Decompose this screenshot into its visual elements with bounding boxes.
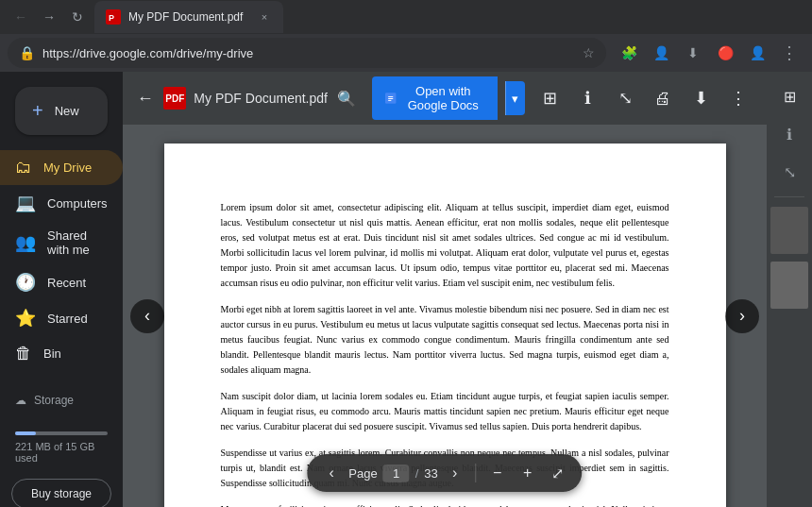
page-controls: ‹ Page / 33 › − + ⤢	[307, 454, 582, 492]
new-label: New	[55, 104, 79, 118]
sidebar-item-computers[interactable]: 💻 Computers	[0, 185, 123, 221]
open-with-label: Open with Google Docs	[402, 84, 484, 112]
new-button[interactable]: + New	[15, 87, 108, 135]
avatar-button[interactable]: 👤	[742, 38, 772, 68]
svg-rect-3	[388, 96, 393, 97]
storage-label-text: Storage	[34, 394, 74, 407]
starred-label: Starred	[47, 312, 88, 326]
pdf-favicon: PDF	[163, 87, 186, 110]
page-next-arrow[interactable]: ›	[725, 299, 759, 333]
pdf-expand-button[interactable]: ⤡	[608, 81, 642, 115]
lock-icon: 🔒	[19, 45, 35, 60]
total-pages: 33	[424, 466, 437, 481]
pdf-content: ‹ Lorem ipsum dolor sit amet, consectetu…	[123, 125, 767, 507]
url-text: https://drive.google.com/drive/my-drive	[42, 46, 575, 60]
right-panel-separator	[774, 196, 804, 197]
page-next-button[interactable]: ›	[442, 460, 468, 486]
profile-button[interactable]: 👤	[646, 38, 676, 68]
storage-fill	[15, 431, 36, 435]
pdf-toolbar: ← PDF My PDF Document.pdf 🔍 Open with Go…	[123, 72, 767, 125]
svg-rect-4	[388, 98, 393, 99]
zoom-fit-button[interactable]: ⤢	[545, 460, 571, 486]
browser-chrome: ← → ↻ P My PDF Document.pdf × 🔒 https://…	[0, 0, 812, 72]
zoom-in-button[interactable]: +	[515, 460, 541, 486]
sidebar-item-starred[interactable]: ⭐ Starred	[0, 300, 123, 336]
sidebar-item-recent[interactable]: 🕐 Recent	[0, 264, 123, 300]
thumbnail-preview-2[interactable]	[770, 262, 808, 309]
bin-icon: 🗑	[15, 344, 32, 363]
zoom-out-button[interactable]: −	[484, 460, 511, 486]
sidebar: + New 🗂 My Drive 💻 Computers 👥 Shared wi…	[0, 72, 123, 507]
open-with-google-docs-button[interactable]: Open with Google Docs	[372, 76, 498, 120]
page-prev-button[interactable]: ‹	[318, 460, 345, 486]
app-container: + New 🗂 My Drive 💻 Computers 👥 Shared wi…	[0, 72, 812, 507]
computers-label: Computers	[47, 196, 108, 211]
star-icon[interactable]: ☆	[583, 45, 595, 60]
page-number-input[interactable]	[383, 465, 410, 482]
recent-label: Recent	[47, 276, 86, 290]
controls-divider	[476, 464, 477, 482]
browser-reload-button[interactable]: ↻	[64, 4, 91, 30]
sidebar-item-bin[interactable]: 🗑 Bin	[0, 336, 123, 371]
svg-text:P: P	[109, 13, 114, 23]
buy-storage-button[interactable]: Buy storage	[11, 479, 111, 507]
browser-menu-button[interactable]: ⋮	[774, 38, 804, 68]
sidebar-item-shared[interactable]: 👥 Shared with me	[0, 221, 123, 264]
page-separator: /	[415, 466, 419, 481]
pdf-back-button[interactable]: ←	[134, 81, 156, 115]
computers-icon: 💻	[15, 193, 36, 213]
right-panel-expand-button[interactable]: ⤡	[772, 155, 806, 189]
right-panel: ⊞ ℹ ⤡	[767, 72, 812, 507]
pdf-grid-view-button[interactable]: ⊞	[533, 81, 567, 115]
pdf-download-button[interactable]: ⬇	[684, 81, 718, 115]
storage-bar	[15, 431, 108, 435]
bin-label: Bin	[43, 346, 61, 361]
page-prev-arrow[interactable]: ‹	[130, 299, 164, 333]
svg-rect-5	[388, 100, 391, 101]
page-label: Page	[348, 466, 377, 481]
address-bar: 🔒 https://drive.google.com/drive/my-driv…	[0, 34, 812, 72]
pdf-paragraph-2: Morbi eget nibh at lorem sagittis laoree…	[221, 302, 669, 378]
tab-favicon: P	[106, 9, 121, 25]
tab-title: My PDF Document.pdf	[128, 10, 249, 24]
pdf-paragraph-1: Lorem ipsum dolor sit amet, consectetur …	[221, 200, 669, 291]
extensions-button[interactable]: 🧩	[614, 38, 644, 68]
my-drive-label: My Drive	[43, 161, 92, 175]
right-panel-thumbnails-button[interactable]: ⊞	[772, 79, 806, 113]
download-button[interactable]: ⬇	[678, 38, 708, 68]
address-input[interactable]: 🔒 https://drive.google.com/drive/my-driv…	[8, 38, 606, 68]
my-drive-icon: 🗂	[15, 158, 32, 177]
pdf-more-button[interactable]: ⋮	[721, 81, 755, 115]
storage-section: 221 MB of 15 GB used	[0, 414, 123, 475]
google-docs-icon	[385, 90, 396, 107]
pdf-search-button[interactable]: 🔍	[335, 81, 357, 115]
tab-close-button[interactable]: ×	[257, 9, 272, 25]
storage-usage: 221 MB of 15 GB used	[15, 441, 94, 464]
starred-icon: ⭐	[15, 308, 36, 329]
thumbnail-preview-1[interactable]	[770, 207, 808, 254]
pdf-page: Lorem ipsum dolor sit amet, consectetur …	[164, 144, 726, 507]
open-with-dropdown-button[interactable]: ▾	[505, 81, 525, 115]
browser-forward-button[interactable]: →	[36, 4, 62, 30]
pdf-print-button[interactable]: 🖨	[646, 81, 680, 115]
browser-nav-buttons: ← → ↻	[8, 4, 91, 30]
browser-toolbar-icons: 🧩 👤 ⬇ 🔴 👤 ⋮	[614, 38, 804, 68]
right-panel-info-button[interactable]: ℹ	[772, 117, 806, 151]
shared-icon: 👥	[15, 232, 36, 253]
pdf-viewer: ← PDF My PDF Document.pdf 🔍 Open with Go…	[123, 72, 767, 507]
plus-icon: +	[32, 100, 43, 122]
pdf-paragraph-3: Nam suscipit dolor diam, ut lacinia lore…	[221, 389, 669, 434]
sidebar-item-storage[interactable]: ☁ Storage	[0, 386, 123, 414]
tab-bar: ← → ↻ P My PDF Document.pdf ×	[0, 0, 812, 34]
pdf-paragraph-5: Maecenas nec facilisis sapien, ac effici…	[221, 502, 669, 507]
account-button[interactable]: 🔴	[710, 38, 740, 68]
cloud-icon: ☁	[15, 394, 26, 407]
browser-tab[interactable]: P My PDF Document.pdf ×	[94, 1, 283, 33]
shared-label: Shared with me	[47, 228, 108, 257]
pdf-info-button[interactable]: ℹ	[570, 81, 604, 115]
toolbar-right: ⊞ ℹ ⤡ 🖨 ⬇ ⋮	[533, 81, 755, 115]
sidebar-item-my-drive[interactable]: 🗂 My Drive	[0, 150, 123, 185]
recent-icon: 🕐	[15, 272, 36, 293]
browser-back-button[interactable]: ←	[8, 4, 34, 30]
pdf-title: My PDF Document.pdf	[194, 91, 328, 106]
